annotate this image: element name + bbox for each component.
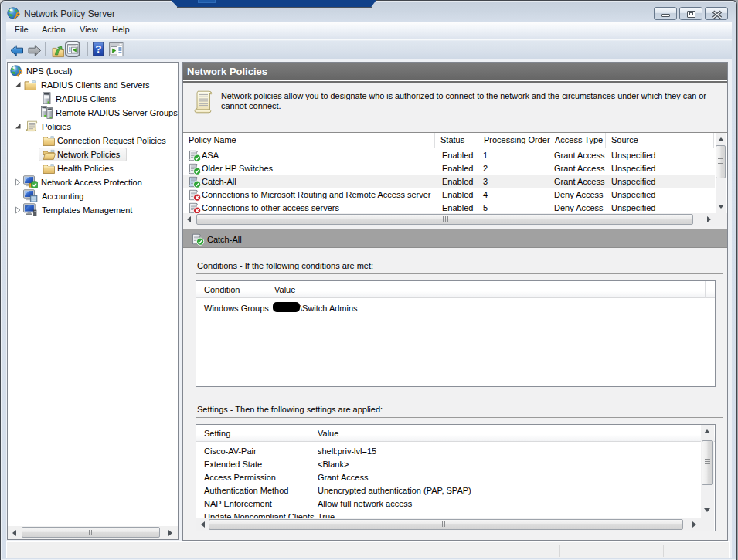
svg-text:?: ? <box>95 43 101 55</box>
